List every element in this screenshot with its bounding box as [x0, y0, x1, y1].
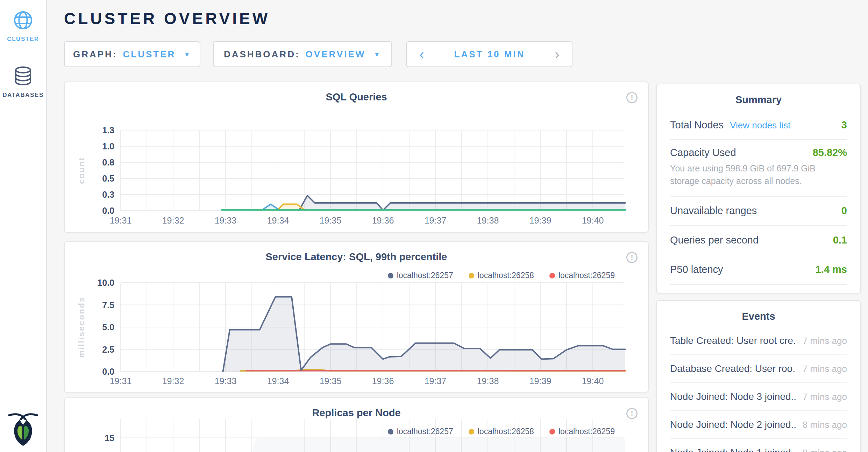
capacity-subtitle: You are using 598.9 GiB of 697.9 GiB sto…: [670, 162, 847, 188]
svg-text:10.0: 10.0: [97, 278, 114, 288]
svg-text:0.3: 0.3: [102, 190, 114, 199]
svg-text:19:31: 19:31: [110, 216, 132, 225]
svg-text:19:34: 19:34: [267, 376, 289, 386]
svg-text:19:38: 19:38: [477, 376, 499, 386]
svg-text:19:36: 19:36: [372, 216, 394, 225]
event-row: Table Created: User root cre... 7 mins a…: [670, 327, 847, 355]
svg-text:15: 15: [105, 433, 114, 443]
svg-text:19:31: 19:31: [110, 376, 132, 386]
summary-value: 85.82%: [813, 147, 847, 158]
dashboard-dropdown[interactable]: DASHBOARD: OVERVIEW ▼: [213, 41, 392, 67]
events-title: Events: [657, 311, 860, 322]
svg-text:count: count: [77, 157, 86, 184]
event-text: Node Joined: Node 2 joined...: [670, 419, 796, 430]
svg-text:0.5: 0.5: [102, 174, 114, 183]
svg-text:19:39: 19:39: [529, 376, 552, 386]
event-time: 8 mins ago: [803, 447, 847, 452]
svg-text:0.8: 0.8: [102, 157, 114, 167]
svg-text:19:33: 19:33: [215, 376, 237, 386]
controls-bar: GRAPH: CLUSTER ▼ DASHBOARD: OVERVIEW ▼ ‹…: [64, 41, 572, 67]
event-time: 7 mins ago: [803, 391, 847, 402]
time-range-prev-button[interactable]: ‹: [407, 42, 437, 66]
summary-value: 8.9 ms: [816, 293, 847, 294]
svg-text:19:40: 19:40: [582, 216, 604, 225]
svg-text:0.0: 0.0: [102, 206, 114, 216]
summary-value: 1.4 ms: [816, 264, 847, 275]
svg-text:19:35: 19:35: [320, 216, 342, 225]
summary-value: 0.1: [833, 234, 847, 246]
page-title: CLUSTER OVERVIEW: [64, 9, 270, 28]
svg-text:7.5: 7.5: [102, 300, 114, 310]
cockroach-bug-icon: [6, 411, 40, 447]
summary-label: Total Nodes: [670, 119, 724, 131]
svg-text:1.3: 1.3: [102, 125, 114, 135]
summary-label: Queries per second: [670, 234, 759, 246]
svg-text:1.0: 1.0: [102, 141, 114, 151]
summary-label: P50 latency: [670, 264, 723, 275]
summary-label: P99 latency: [670, 293, 723, 294]
chevron-down-icon: ▼: [374, 51, 381, 58]
svg-text:19:39: 19:39: [529, 216, 552, 225]
svg-text:19:36: 19:36: [372, 376, 394, 386]
svg-text:19:32: 19:32: [162, 216, 184, 225]
graph-dropdown[interactable]: GRAPH: CLUSTER ▼: [64, 41, 200, 67]
event-row: Node Joined: Node 1 joined... 8 mins ago: [670, 439, 847, 452]
graph-dropdown-value: CLUSTER: [123, 49, 176, 60]
svg-text:19:37: 19:37: [425, 216, 447, 225]
summary-label: Capacity Used: [670, 147, 736, 158]
svg-text:19:33: 19:33: [215, 216, 237, 225]
cluster-overview-page: CLUSTER DATABASES: [0, 0, 868, 452]
svg-text:19:32: 19:32: [162, 376, 184, 386]
summary-row-total-nodes: Total Nodes View nodes list 3: [670, 111, 847, 140]
svg-text:milliseconds: milliseconds: [77, 296, 86, 358]
database-icon: [13, 66, 33, 86]
svg-text:19:34: 19:34: [267, 216, 289, 225]
sidebar-item-label: CLUSTER: [0, 36, 46, 43]
dashboard-dropdown-value: OVERVIEW: [306, 49, 366, 60]
service-latency-chart: 10.07.55.02.50.019:3119:3219:3319:3419:3…: [65, 242, 648, 392]
summary-panel: Summary Total Nodes View nodes list 3 Ca…: [656, 84, 861, 294]
chart-card-service-latency: Service Latency: SQL, 99th percentile ! …: [64, 241, 649, 393]
svg-text:19:35: 19:35: [320, 376, 342, 386]
event-time: 8 mins ago: [803, 419, 847, 430]
dashboard-dropdown-label: DASHBOARD:: [224, 49, 300, 60]
svg-text:0.0: 0.0: [102, 367, 114, 376]
time-range-selector: ‹ LAST 10 MIN ›: [406, 41, 572, 67]
graph-dropdown-label: GRAPH:: [73, 49, 118, 60]
cockroachdb-logo: [0, 411, 46, 447]
summary-row-unavailable-ranges: Unavailable ranges 0: [670, 197, 847, 226]
sidebar: CLUSTER DATABASES: [0, 0, 47, 452]
summary-row-p50-latency: P50 latency 1.4 ms: [670, 255, 847, 285]
summary-row-capacity-used: Capacity Used 85.82% You are using 598.9…: [670, 140, 847, 197]
summary-value: 0: [841, 205, 847, 217]
event-time: 7 mins ago: [803, 363, 847, 374]
event-text: Node Joined: Node 1 joined...: [670, 447, 796, 452]
event-text: Node Joined: Node 3 joined...: [670, 391, 796, 402]
event-text: Database Created: User roo...: [670, 363, 796, 374]
sidebar-item-cluster[interactable]: CLUSTER: [0, 10, 46, 43]
time-range-value[interactable]: LAST 10 MIN: [437, 42, 542, 66]
svg-text:19:38: 19:38: [477, 216, 499, 225]
event-row: Database Created: User roo... 7 mins ago: [670, 355, 847, 383]
replicas-per-node-chart: 15: [65, 398, 648, 452]
chevron-down-icon: ▼: [184, 51, 191, 58]
event-text: Table Created: User root cre...: [670, 335, 796, 346]
time-range-next-button[interactable]: ›: [542, 42, 572, 66]
globe-icon: [13, 10, 33, 30]
summary-value: 3: [841, 119, 847, 131]
view-nodes-list-link[interactable]: View nodes list: [730, 120, 790, 131]
event-row: Node Joined: Node 3 joined... 7 mins ago: [670, 383, 847, 411]
summary-row-p99-latency: P99 latency 8.9 ms: [670, 285, 847, 294]
sidebar-item-label: DATABASES: [0, 92, 46, 99]
svg-text:19:37: 19:37: [425, 376, 447, 386]
summary-title: Summary: [657, 94, 860, 106]
svg-text:2.5: 2.5: [102, 345, 114, 354]
events-panel: Events Table Created: User root cre... 7…: [656, 300, 861, 452]
sql-queries-chart: 1.31.00.80.50.30.019:3119:3219:3319:3419…: [65, 82, 648, 232]
chart-card-replicas-per-node: Replicas per Node ! localhost:26257local…: [64, 397, 649, 452]
summary-row-queries-per-second: Queries per second 0.1: [670, 226, 847, 255]
event-time: 7 mins ago: [803, 336, 847, 346]
svg-text:5.0: 5.0: [102, 322, 114, 332]
chart-card-sql-queries: SQL Queries ! 1.31.00.80.50.30.019:3119:…: [64, 82, 649, 233]
sidebar-item-databases[interactable]: DATABASES: [0, 66, 46, 99]
